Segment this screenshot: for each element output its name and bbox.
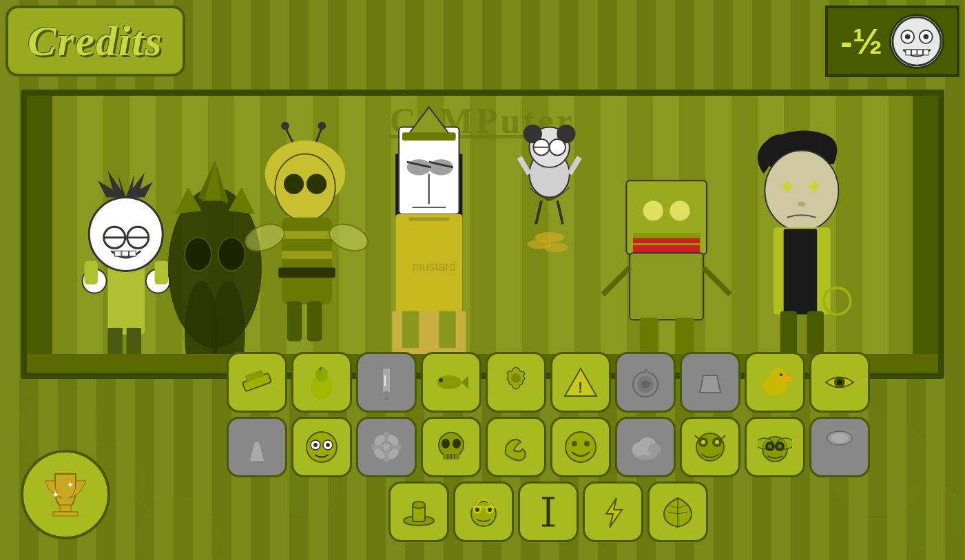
svg-point-34 (185, 238, 211, 271)
svg-rect-49 (282, 218, 332, 304)
svg-point-56 (326, 219, 372, 256)
svg-point-87 (544, 243, 568, 253)
svg-point-162 (565, 432, 596, 462)
svg-point-99 (765, 151, 838, 231)
svg-line-81 (536, 200, 541, 224)
svg-rect-30 (129, 251, 136, 256)
fly-face-button[interactable] (745, 417, 805, 477)
svg-point-89 (643, 200, 663, 220)
svg-point-181 (768, 444, 772, 448)
score-box: -½ (825, 6, 959, 77)
frog-crown-button[interactable] (453, 481, 514, 542)
phone-button[interactable] (486, 417, 546, 477)
svg-point-131 (644, 369, 648, 373)
svg-rect-118 (384, 391, 388, 397)
duck-button[interactable] (745, 352, 805, 413)
cursor-button[interactable] (518, 481, 579, 542)
warning-button[interactable]: ! (550, 352, 611, 413)
svg-rect-29 (122, 251, 129, 256)
target-button[interactable] (615, 352, 676, 413)
svg-point-79 (550, 139, 565, 155)
svg-rect-6 (906, 50, 911, 55)
svg-point-135 (781, 375, 792, 382)
svg-rect-69 (409, 218, 449, 221)
svg-point-47 (284, 174, 304, 194)
svg-rect-16 (155, 261, 168, 284)
svg-rect-94 (630, 253, 703, 320)
flash-button[interactable] (583, 481, 643, 542)
svg-point-168 (648, 443, 661, 455)
svg-point-17 (89, 198, 163, 271)
svg-marker-66 (409, 107, 449, 134)
score-face (889, 14, 944, 69)
svg-point-145 (326, 443, 330, 447)
svg-point-144 (313, 443, 318, 447)
svg-point-172 (701, 440, 705, 444)
toolbar: ! (145, 352, 951, 546)
pear-button[interactable] (291, 352, 352, 413)
svg-point-157 (453, 439, 461, 448)
svg-point-163 (572, 441, 577, 446)
svg-marker-122 (461, 375, 468, 389)
svg-text:✦: ✦ (67, 480, 74, 490)
svg-rect-15 (85, 261, 98, 284)
trapezoid-button[interactable] (680, 352, 740, 413)
syringe-button[interactable] (356, 352, 417, 413)
leaf-button[interactable] (647, 481, 708, 542)
svg-point-102 (798, 201, 806, 207)
skull-face-button[interactable] (421, 417, 481, 477)
svg-marker-132 (700, 375, 720, 393)
svg-point-43 (281, 122, 289, 130)
score-fraction: -½ (840, 21, 882, 62)
happy-face-button[interactable] (550, 417, 611, 477)
svg-point-4 (923, 34, 928, 40)
toolbar-row-2 (145, 417, 951, 477)
flower-button[interactable] (356, 417, 417, 477)
cloud-button[interactable] (615, 417, 676, 477)
characters-svg: mustard (25, 94, 940, 375)
svg-text:mustard: mustard (413, 260, 456, 273)
fish-button[interactable] (421, 352, 481, 413)
svg-rect-7 (911, 50, 917, 55)
svg-point-121 (437, 375, 461, 389)
svg-point-90 (670, 200, 690, 220)
trophy-button[interactable]: ✦ ✦ (21, 450, 110, 539)
svg-rect-117 (383, 369, 390, 393)
svg-rect-139 (255, 433, 260, 444)
svg-rect-73 (439, 311, 455, 348)
svg-rect-53 (287, 301, 302, 341)
svg-point-187 (413, 501, 425, 508)
knife-button[interactable] (227, 417, 287, 477)
svg-rect-108 (60, 505, 71, 512)
svg-rect-67 (402, 132, 456, 141)
svg-marker-140 (250, 442, 264, 461)
svg-point-156 (442, 439, 450, 448)
svg-rect-107 (807, 311, 824, 355)
svg-point-192 (488, 508, 492, 512)
stage-curtain-left (25, 94, 52, 375)
svg-rect-8 (917, 50, 923, 55)
svg-point-129 (641, 380, 650, 388)
bandage-button[interactable] (227, 352, 287, 413)
svg-point-136 (780, 373, 782, 376)
eye-button[interactable] (809, 352, 870, 413)
bug-face-button[interactable] (680, 417, 740, 477)
toolbar-row-3 (145, 481, 951, 542)
snake-button[interactable] (809, 417, 870, 477)
trophy-icon: ✦ ✦ (38, 467, 93, 522)
hat-button[interactable] (388, 481, 449, 542)
svg-text:!: ! (578, 379, 583, 396)
svg-rect-104 (784, 229, 818, 314)
face-glasses-button[interactable] (291, 417, 352, 477)
svg-point-184 (831, 433, 848, 443)
gear-button[interactable] (486, 352, 546, 413)
svg-line-95 (603, 268, 630, 295)
svg-point-138 (837, 380, 842, 385)
svg-point-173 (715, 440, 719, 444)
svg-line-96 (703, 268, 730, 295)
svg-point-124 (511, 373, 521, 383)
svg-line-82 (557, 200, 563, 224)
svg-line-84 (570, 157, 580, 174)
svg-rect-54 (307, 301, 322, 341)
svg-line-83 (519, 157, 530, 174)
